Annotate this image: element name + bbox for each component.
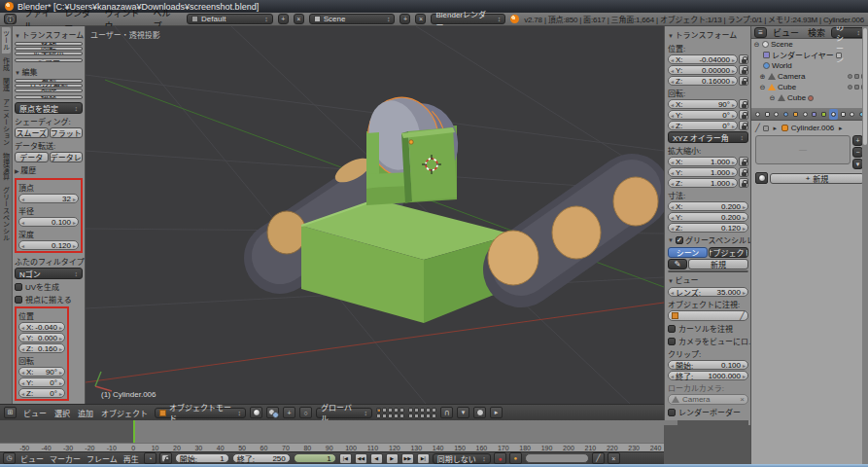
editor-type-timeline-icon[interactable]: ◷ xyxy=(3,452,16,464)
grease-pencil-checkbox[interactable] xyxy=(676,236,683,244)
shade-flat-button[interactable]: フラット xyxy=(50,127,84,138)
add-layout-button[interactable] xyxy=(278,14,289,24)
vertices-field[interactable]: 32 xyxy=(18,194,79,203)
auto-keyframe-record-button[interactable] xyxy=(494,452,506,464)
shade-smooth-button[interactable]: スムーズ xyxy=(15,127,49,138)
mirror-button[interactable]: ミラー xyxy=(15,58,83,62)
tool-shelf-tab[interactable]: ツール xyxy=(2,27,11,54)
panel-header-edit[interactable]: 編集 xyxy=(15,65,83,78)
npanel-transform-header[interactable]: トランスフォーム xyxy=(668,28,748,41)
cap-fill-dropdown[interactable]: Nゴン xyxy=(15,268,83,279)
browse-material-icon[interactable] xyxy=(755,172,768,184)
data-layout-button[interactable]: データレ xyxy=(50,152,84,162)
lock-icon[interactable] xyxy=(739,54,748,64)
lock-time-icon[interactable] xyxy=(159,452,172,464)
lock-cursor-checkbox[interactable] xyxy=(668,325,676,333)
timeline-menu-item[interactable]: マーカー xyxy=(48,453,83,464)
tool-shelf-tab[interactable]: アニメーション xyxy=(2,95,11,149)
lock-cursor-row[interactable]: カーソルを注視 xyxy=(668,323,748,334)
snap-element-selector[interactable]: ▾ xyxy=(457,407,469,418)
tab-texture-icon[interactable] xyxy=(839,109,848,120)
timeline-menu-item[interactable]: ビュー xyxy=(18,453,46,464)
scale-z-field[interactable]: Z:1.000 xyxy=(668,178,738,188)
remove-layout-button[interactable] xyxy=(294,14,304,24)
dimensions-x-field[interactable]: X:0.200 xyxy=(668,201,748,211)
render-opengl-icon[interactable] xyxy=(473,407,486,418)
lock-icon[interactable] xyxy=(739,121,748,130)
outliner-row-cube-object[interactable]: ⊖ Cube xyxy=(751,82,868,92)
duplicate-linked-button[interactable]: リンク複製 xyxy=(15,84,83,88)
sync-mode-selector[interactable]: 同期しない xyxy=(433,453,491,464)
gp-scene-button[interactable]: シーン xyxy=(668,247,708,258)
use-preview-range-icon[interactable]: ◔ xyxy=(144,452,156,464)
tool-shelf-tab[interactable]: 作成 xyxy=(2,54,11,74)
expander-icon[interactable]: ⊖ xyxy=(753,41,760,49)
op-location-x-field[interactable]: X:-0.040 xyxy=(18,322,65,332)
remove-scene-button[interactable] xyxy=(415,14,426,24)
op-rotation-z-field[interactable]: Z:0° xyxy=(18,388,65,398)
tab-render-layers-icon[interactable] xyxy=(763,109,772,120)
panel-header-history[interactable]: 履歴 xyxy=(15,163,83,176)
radius-field[interactable]: 0.100 xyxy=(18,217,79,227)
outliner-view-menu[interactable]: ビュー xyxy=(770,26,802,39)
rotation-z-field[interactable]: Z:0° xyxy=(668,121,738,130)
expander-icon[interactable]: ⊖ xyxy=(759,84,766,91)
gp-new-button[interactable]: 新規 xyxy=(688,259,748,269)
lock-icon[interactable] xyxy=(739,167,748,177)
gp-draw-icon[interactable]: ✎ xyxy=(668,259,687,269)
dimensions-y-field[interactable]: Y:0.200 xyxy=(668,212,748,222)
lens-field[interactable]: レンズ:35.000 xyxy=(668,287,748,297)
move-button[interactable]: 移動 xyxy=(15,42,83,46)
lock-camera-row[interactable]: カメラをビューにロ... xyxy=(668,336,748,346)
lock-icon[interactable] xyxy=(739,65,748,75)
expander-icon[interactable]: ⊕ xyxy=(759,73,766,81)
pivot-point-selector[interactable] xyxy=(266,407,279,418)
tool-shelf-tab[interactable]: 物理演算 xyxy=(2,150,11,183)
viewport-canvas[interactable]: ユーザー・透視投影 (1) Cylinder.006 xyxy=(86,26,664,404)
scale-x-field[interactable]: X:1.000 xyxy=(668,157,738,166)
rotation-mode-dropdown[interactable]: XYZ オイラー角 xyxy=(668,131,748,143)
outliner-search-menu[interactable]: 検索 xyxy=(805,26,828,39)
viewport-3d[interactable]: ユーザー・透視投影 (1) Cylinder.006 xyxy=(86,26,664,404)
data-button[interactable]: データ xyxy=(15,152,49,162)
lock-icon[interactable] xyxy=(739,76,748,86)
transform-orientation-selector[interactable]: グローバル xyxy=(316,408,372,418)
delete-button[interactable]: 削除 xyxy=(15,89,83,92)
prev-keyframe-button[interactable]: ◀◀ xyxy=(355,453,367,464)
generate-uvs-row[interactable]: UVを生成 xyxy=(15,281,83,292)
tab-object-icon[interactable] xyxy=(791,109,800,120)
align-view-checkbox[interactable] xyxy=(15,296,22,304)
frame-start-field[interactable]: 開始:1 xyxy=(175,453,229,463)
clip-start-field[interactable]: 開始:0.100 xyxy=(668,360,748,370)
tab-constraints-icon[interactable] xyxy=(801,109,810,120)
eyedropper-icon[interactable]: ╱ xyxy=(755,124,760,132)
clear-icon[interactable]: × xyxy=(740,395,745,404)
tab-world-icon[interactable] xyxy=(781,109,790,120)
local-camera-field[interactable]: Camera× xyxy=(668,394,748,405)
outliner-row-cube-data[interactable]: ⊖ Cube xyxy=(751,92,868,103)
gp-object-button[interactable]: オブジェクト xyxy=(709,247,748,258)
lock-camera-checkbox[interactable] xyxy=(668,338,676,345)
outliner-row-camera[interactable]: ⊕ Camera xyxy=(751,71,868,82)
delete-keyframe-icon[interactable]: × xyxy=(608,452,620,464)
duplicate-button[interactable]: 複製 xyxy=(15,79,83,83)
manipulator-rotate-icon[interactable]: ○ xyxy=(299,407,312,418)
layer-grid-left[interactable] xyxy=(376,408,404,418)
scale-y-field[interactable]: Y:1.000 xyxy=(668,167,738,177)
panel-header-transform[interactable]: トランスフォーム xyxy=(15,28,83,41)
tab-modifiers-icon[interactable] xyxy=(811,109,819,120)
tab-render-icon[interactable] xyxy=(753,109,762,120)
scrollbar-thumb[interactable] xyxy=(863,28,867,145)
expander-icon[interactable]: ⊖ xyxy=(769,94,776,102)
rotate-button[interactable]: 回転 xyxy=(15,47,83,51)
editor-type-info-icon[interactable]: ⓘ xyxy=(4,14,17,24)
rotation-y-field[interactable]: Y:0° xyxy=(668,110,738,120)
viewport-menu-item[interactable]: 選択 xyxy=(52,408,73,418)
tab-material-icon[interactable] xyxy=(829,109,838,120)
align-view-row[interactable]: 視点に揃える xyxy=(15,294,83,305)
set-origin-dropdown[interactable]: 原点を設定 xyxy=(15,102,83,114)
location-x-field[interactable]: X:-0.04000 xyxy=(668,54,738,64)
location-z-field[interactable]: Z:0.16000 xyxy=(668,76,738,86)
location-y-field[interactable]: Y:0.00000 xyxy=(668,65,738,75)
play-button[interactable]: ▶ xyxy=(386,453,399,464)
